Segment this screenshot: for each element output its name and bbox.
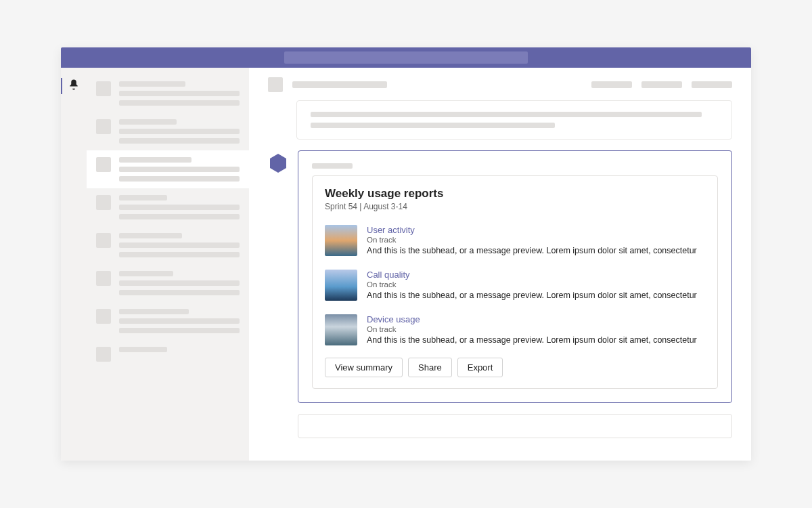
- report-description: And this is the subhead, or a message pr…: [367, 291, 705, 300]
- adaptive-card-container: Weekly usage reports Sprint 54 | August …: [298, 150, 732, 403]
- search-input[interactable]: [284, 51, 528, 64]
- rail-activity[interactable]: [61, 73, 87, 99]
- export-button[interactable]: Export: [457, 358, 503, 377]
- message-bubble: [296, 100, 732, 140]
- list-item[interactable]: [87, 112, 249, 150]
- sender-name: [312, 163, 353, 169]
- thumbnail: [325, 270, 357, 301]
- tab[interactable]: [641, 81, 682, 88]
- list-item[interactable]: [87, 75, 249, 112]
- avatar: [268, 77, 283, 92]
- svg-marker-0: [270, 154, 286, 173]
- compose-input[interactable]: [298, 414, 732, 438]
- report-description: And this is the subhead, or a message pr…: [367, 335, 705, 345]
- report-status: On track: [367, 236, 705, 244]
- titlebar: [61, 47, 751, 68]
- channel-title: [292, 81, 387, 88]
- report-item: User activity On track And this is the s…: [325, 221, 705, 266]
- thumbnail: [325, 225, 357, 256]
- avatar: [96, 271, 111, 286]
- report-link[interactable]: User activity: [367, 225, 705, 235]
- card-subtitle: Sprint 54 | August 3-14: [325, 202, 705, 211]
- tab[interactable]: [591, 81, 632, 88]
- avatar: [96, 157, 111, 172]
- view-summary-button[interactable]: View summary: [325, 358, 403, 377]
- report-description: And this is the subhead, or a message pr…: [367, 246, 705, 255]
- list-item[interactable]: [87, 226, 249, 264]
- avatar: [96, 233, 111, 248]
- bell-icon: [68, 79, 80, 93]
- card-title: Weekly usage reports: [325, 187, 705, 200]
- chat-message: Weekly usage reports Sprint 54 | August …: [268, 150, 732, 403]
- report-link[interactable]: Call quality: [367, 270, 705, 280]
- report-item: Call quality On track And this is the su…: [325, 266, 705, 310]
- avatar: [96, 195, 111, 210]
- card-actions: View summary Share Export: [325, 358, 705, 377]
- avatar: [96, 81, 111, 96]
- chat-message: [296, 100, 732, 140]
- list-item[interactable]: [87, 302, 249, 340]
- share-button[interactable]: Share: [408, 358, 452, 377]
- avatar: [96, 309, 111, 324]
- sidebar: [87, 68, 249, 461]
- bot-avatar: [268, 153, 288, 173]
- avatar: [96, 347, 111, 362]
- thumbnail: [325, 314, 357, 345]
- report-status: On track: [367, 325, 705, 333]
- list-item[interactable]: [87, 340, 249, 368]
- report-link[interactable]: Device usage: [367, 314, 705, 324]
- channel-header: [268, 77, 732, 92]
- avatar: [96, 119, 111, 134]
- report-item: Device usage On track And this is the su…: [325, 310, 705, 355]
- app-window: Weekly usage reports Sprint 54 | August …: [61, 47, 751, 461]
- list-item[interactable]: [87, 264, 249, 302]
- list-item[interactable]: [87, 150, 249, 188]
- report-card: Weekly usage reports Sprint 54 | August …: [312, 175, 718, 389]
- report-status: On track: [367, 280, 705, 289]
- hexagon-icon: [268, 164, 288, 175]
- tab[interactable]: [692, 81, 732, 88]
- app-rail: [61, 68, 87, 461]
- main-content: Weekly usage reports Sprint 54 | August …: [249, 68, 751, 461]
- app-body: Weekly usage reports Sprint 54 | August …: [61, 68, 751, 461]
- list-item[interactable]: [87, 188, 249, 226]
